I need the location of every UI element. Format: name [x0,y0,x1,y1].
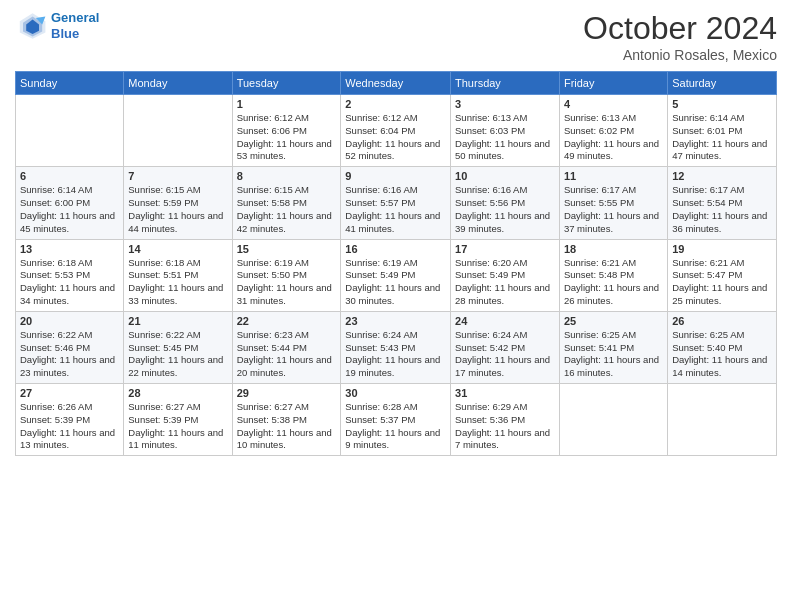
day-number: 24 [455,315,555,327]
logo-icon [15,10,47,42]
calendar-cell: 1Sunrise: 6:12 AM Sunset: 6:06 PM Daylig… [232,95,341,167]
day-info: Sunrise: 6:13 AM Sunset: 6:02 PM Dayligh… [564,112,663,163]
calendar-cell: 7Sunrise: 6:15 AM Sunset: 5:59 PM Daylig… [124,167,232,239]
calendar-cell: 26Sunrise: 6:25 AM Sunset: 5:40 PM Dayli… [668,311,777,383]
logo: General Blue [15,10,99,42]
day-number: 19 [672,243,772,255]
day-number: 21 [128,315,227,327]
calendar-cell: 29Sunrise: 6:27 AM Sunset: 5:38 PM Dayli… [232,384,341,456]
day-info: Sunrise: 6:18 AM Sunset: 5:51 PM Dayligh… [128,257,227,308]
day-info: Sunrise: 6:22 AM Sunset: 5:46 PM Dayligh… [20,329,119,380]
calendar-cell: 8Sunrise: 6:15 AM Sunset: 5:58 PM Daylig… [232,167,341,239]
day-info: Sunrise: 6:27 AM Sunset: 5:38 PM Dayligh… [237,401,337,452]
day-info: Sunrise: 6:20 AM Sunset: 5:49 PM Dayligh… [455,257,555,308]
day-number: 20 [20,315,119,327]
logo-line1: General [51,10,99,25]
day-number: 23 [345,315,446,327]
calendar-cell: 18Sunrise: 6:21 AM Sunset: 5:48 PM Dayli… [559,239,667,311]
calendar-cell [124,95,232,167]
calendar-cell: 24Sunrise: 6:24 AM Sunset: 5:42 PM Dayli… [451,311,560,383]
day-number: 17 [455,243,555,255]
page: General Blue October 2024 Antonio Rosale… [0,0,792,612]
week-row-1: 1Sunrise: 6:12 AM Sunset: 6:06 PM Daylig… [16,95,777,167]
day-number: 30 [345,387,446,399]
day-info: Sunrise: 6:17 AM Sunset: 5:55 PM Dayligh… [564,184,663,235]
day-info: Sunrise: 6:12 AM Sunset: 6:04 PM Dayligh… [345,112,446,163]
day-number: 2 [345,98,446,110]
day-number: 15 [237,243,337,255]
day-info: Sunrise: 6:29 AM Sunset: 5:36 PM Dayligh… [455,401,555,452]
day-info: Sunrise: 6:21 AM Sunset: 5:48 PM Dayligh… [564,257,663,308]
calendar-cell: 28Sunrise: 6:27 AM Sunset: 5:39 PM Dayli… [124,384,232,456]
calendar-cell: 30Sunrise: 6:28 AM Sunset: 5:37 PM Dayli… [341,384,451,456]
calendar-cell: 17Sunrise: 6:20 AM Sunset: 5:49 PM Dayli… [451,239,560,311]
calendar-cell: 3Sunrise: 6:13 AM Sunset: 6:03 PM Daylig… [451,95,560,167]
calendar-cell: 12Sunrise: 6:17 AM Sunset: 5:54 PM Dayli… [668,167,777,239]
week-row-2: 6Sunrise: 6:14 AM Sunset: 6:00 PM Daylig… [16,167,777,239]
week-row-4: 20Sunrise: 6:22 AM Sunset: 5:46 PM Dayli… [16,311,777,383]
day-info: Sunrise: 6:13 AM Sunset: 6:03 PM Dayligh… [455,112,555,163]
day-info: Sunrise: 6:19 AM Sunset: 5:49 PM Dayligh… [345,257,446,308]
calendar-cell: 23Sunrise: 6:24 AM Sunset: 5:43 PM Dayli… [341,311,451,383]
day-number: 5 [672,98,772,110]
day-number: 8 [237,170,337,182]
day-number: 22 [237,315,337,327]
weekday-header-tuesday: Tuesday [232,72,341,95]
month-title: October 2024 [583,10,777,47]
week-row-3: 13Sunrise: 6:18 AM Sunset: 5:53 PM Dayli… [16,239,777,311]
weekday-header-thursday: Thursday [451,72,560,95]
calendar-cell: 25Sunrise: 6:25 AM Sunset: 5:41 PM Dayli… [559,311,667,383]
day-info: Sunrise: 6:28 AM Sunset: 5:37 PM Dayligh… [345,401,446,452]
day-info: Sunrise: 6:15 AM Sunset: 5:59 PM Dayligh… [128,184,227,235]
day-number: 9 [345,170,446,182]
day-number: 14 [128,243,227,255]
day-info: Sunrise: 6:22 AM Sunset: 5:45 PM Dayligh… [128,329,227,380]
week-row-5: 27Sunrise: 6:26 AM Sunset: 5:39 PM Dayli… [16,384,777,456]
calendar-cell [668,384,777,456]
calendar-cell [16,95,124,167]
calendar-cell: 9Sunrise: 6:16 AM Sunset: 5:57 PM Daylig… [341,167,451,239]
day-info: Sunrise: 6:25 AM Sunset: 5:41 PM Dayligh… [564,329,663,380]
day-number: 10 [455,170,555,182]
day-number: 6 [20,170,119,182]
calendar-cell: 2Sunrise: 6:12 AM Sunset: 6:04 PM Daylig… [341,95,451,167]
location: Antonio Rosales, Mexico [583,47,777,63]
day-number: 29 [237,387,337,399]
day-number: 3 [455,98,555,110]
day-number: 18 [564,243,663,255]
weekday-header-saturday: Saturday [668,72,777,95]
day-number: 16 [345,243,446,255]
calendar-cell: 10Sunrise: 6:16 AM Sunset: 5:56 PM Dayli… [451,167,560,239]
day-info: Sunrise: 6:26 AM Sunset: 5:39 PM Dayligh… [20,401,119,452]
day-number: 11 [564,170,663,182]
calendar-cell: 14Sunrise: 6:18 AM Sunset: 5:51 PM Dayli… [124,239,232,311]
calendar-cell: 4Sunrise: 6:13 AM Sunset: 6:02 PM Daylig… [559,95,667,167]
calendar-cell: 5Sunrise: 6:14 AM Sunset: 6:01 PM Daylig… [668,95,777,167]
day-info: Sunrise: 6:16 AM Sunset: 5:57 PM Dayligh… [345,184,446,235]
title-block: October 2024 Antonio Rosales, Mexico [583,10,777,63]
day-number: 31 [455,387,555,399]
day-info: Sunrise: 6:15 AM Sunset: 5:58 PM Dayligh… [237,184,337,235]
calendar-cell: 19Sunrise: 6:21 AM Sunset: 5:47 PM Dayli… [668,239,777,311]
day-info: Sunrise: 6:27 AM Sunset: 5:39 PM Dayligh… [128,401,227,452]
day-info: Sunrise: 6:25 AM Sunset: 5:40 PM Dayligh… [672,329,772,380]
weekday-header-sunday: Sunday [16,72,124,95]
calendar-cell: 31Sunrise: 6:29 AM Sunset: 5:36 PM Dayli… [451,384,560,456]
weekday-header-wednesday: Wednesday [341,72,451,95]
day-info: Sunrise: 6:18 AM Sunset: 5:53 PM Dayligh… [20,257,119,308]
calendar-cell: 21Sunrise: 6:22 AM Sunset: 5:45 PM Dayli… [124,311,232,383]
day-number: 12 [672,170,772,182]
day-number: 26 [672,315,772,327]
weekday-header-monday: Monday [124,72,232,95]
calendar-cell: 22Sunrise: 6:23 AM Sunset: 5:44 PM Dayli… [232,311,341,383]
logo-line2: Blue [51,26,79,41]
day-info: Sunrise: 6:16 AM Sunset: 5:56 PM Dayligh… [455,184,555,235]
day-info: Sunrise: 6:12 AM Sunset: 6:06 PM Dayligh… [237,112,337,163]
calendar-cell: 16Sunrise: 6:19 AM Sunset: 5:49 PM Dayli… [341,239,451,311]
calendar-cell: 11Sunrise: 6:17 AM Sunset: 5:55 PM Dayli… [559,167,667,239]
calendar-cell: 27Sunrise: 6:26 AM Sunset: 5:39 PM Dayli… [16,384,124,456]
weekday-header-friday: Friday [559,72,667,95]
day-number: 1 [237,98,337,110]
day-number: 7 [128,170,227,182]
logo-text: General Blue [51,10,99,41]
